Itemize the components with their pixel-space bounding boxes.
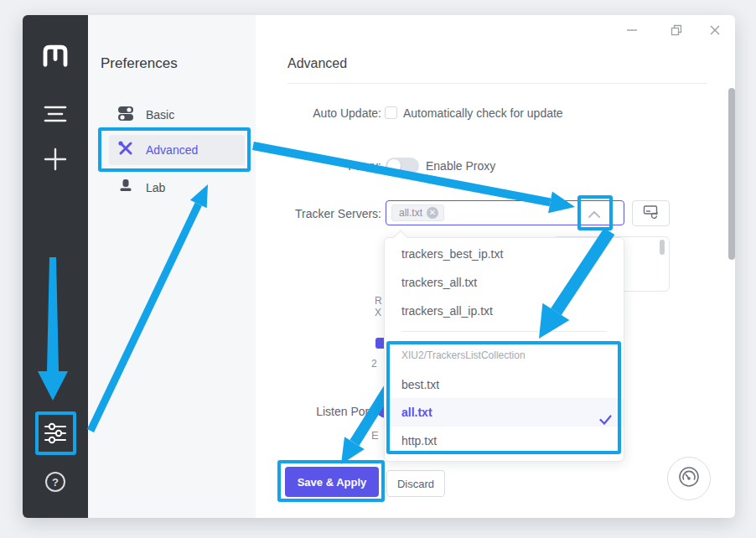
- dropdown-item[interactable]: trackers_all_ip.txt: [385, 297, 624, 325]
- dropdown-item[interactable]: trackers_all.txt: [385, 268, 624, 297]
- restore-button[interactable]: [671, 24, 682, 36]
- preferences-title: Preferences: [101, 55, 178, 72]
- sync-trackers-button[interactable]: [632, 200, 670, 226]
- proxy-label: Proxy:: [251, 159, 381, 173]
- clipped-text: R: [375, 295, 382, 307]
- sidebar-item-label: Advanced: [146, 143, 198, 157]
- advanced-icon: [117, 140, 134, 160]
- clipped-text: 2: [371, 358, 377, 370]
- sidebar-item-advanced[interactable]: Advanced: [109, 135, 245, 165]
- basic-icon: [117, 105, 134, 125]
- sync-trackers-icon: [643, 204, 660, 223]
- tracker-tag[interactable]: all.txt ✕: [391, 204, 444, 221]
- dropdown-item[interactable]: best.txt: [385, 370, 624, 399]
- dropdown-divider: [401, 331, 607, 332]
- sidebar-item-label: Lab: [146, 181, 165, 194]
- tracker-dropdown: trackers_best_ip.txt trackers_all.txt tr…: [384, 237, 624, 462]
- minimize-button[interactable]: [626, 24, 638, 36]
- task-list-icon[interactable]: [44, 104, 67, 127]
- proxy-toggle-knob: [387, 159, 401, 173]
- svg-text:?: ?: [52, 476, 59, 489]
- auto-update-checkbox[interactable]: [385, 106, 397, 119]
- add-task-icon[interactable]: [44, 147, 67, 174]
- remove-tag-icon[interactable]: ✕: [427, 207, 438, 219]
- close-button[interactable]: [709, 24, 721, 36]
- lab-icon: [117, 178, 134, 198]
- save-apply-button[interactable]: Save & Apply: [285, 467, 379, 497]
- chevron-up-icon[interactable]: [588, 208, 601, 223]
- dropdown-item[interactable]: http.txt: [385, 427, 624, 455]
- tracker-servers-label: Tracker Servers:: [251, 207, 381, 220]
- sidebar-item-basic[interactable]: Basic: [109, 100, 245, 130]
- preferences-panel: [88, 15, 256, 518]
- auto-update-label: Auto Update:: [251, 106, 381, 120]
- motrix-logo-icon: [40, 40, 70, 74]
- proxy-toggle-label: Enable Proxy: [426, 159, 495, 173]
- auto-update-checkbox-label: Automatically check for update: [403, 106, 563, 120]
- sidebar-item-lab[interactable]: Lab: [109, 173, 245, 203]
- title-divider: [287, 83, 707, 84]
- tracker-tag-label: all.txt: [399, 207, 422, 219]
- textarea-scrollbar[interactable]: [660, 240, 665, 255]
- speed-test-button[interactable]: [667, 457, 711, 500]
- content-scrollbar[interactable]: [728, 88, 735, 260]
- dropdown-group-label: XIU2/TrackersListCollection: [385, 345, 624, 365]
- gauge-icon: [676, 464, 702, 493]
- clipped-text: E: [371, 429, 379, 442]
- help-icon[interactable]: ?: [44, 470, 67, 497]
- listen-ports-label: Listen Ports:: [251, 405, 381, 418]
- preferences-icon[interactable]: [43, 422, 68, 448]
- dropdown-item[interactable]: trackers_best_ip.txt: [385, 240, 624, 268]
- dropdown-item-selected[interactable]: all.txt: [385, 398, 624, 427]
- sidebar-item-label: Basic: [146, 108, 174, 122]
- page-title: Advanced: [287, 56, 347, 71]
- clipped-text: X: [375, 307, 381, 318]
- discard-button[interactable]: Discard: [386, 470, 445, 497]
